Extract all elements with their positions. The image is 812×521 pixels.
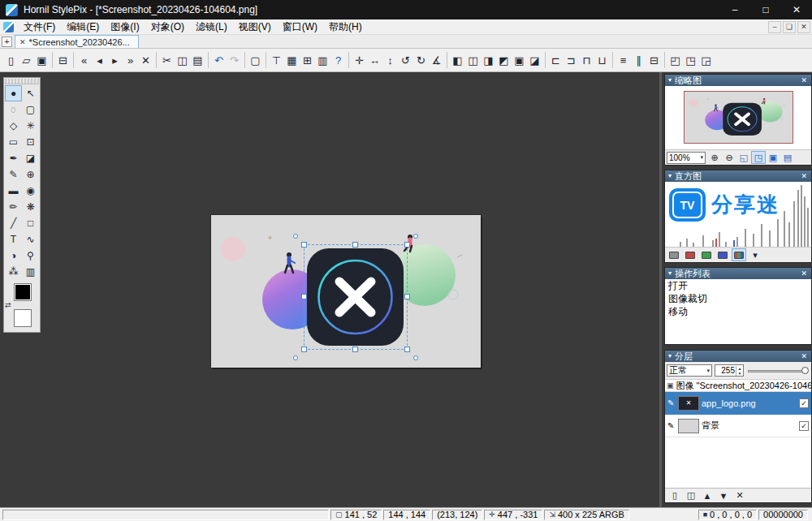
text-tool-icon[interactable]: T [5, 231, 22, 248]
distribute-v-icon[interactable]: ∥ [631, 51, 646, 69]
selection-handle[interactable] [404, 347, 410, 352]
swap-colors-icon[interactable]: ⇄ [5, 301, 11, 309]
histogram-panel-titlebar[interactable]: ▾ 直方图 ✕ [665, 170, 811, 182]
layers-panel-titlebar[interactable]: ▾ 分层 ✕ [665, 351, 811, 362]
crop-tool-icon[interactable]: ⊡ [22, 134, 39, 150]
menu-item-file[interactable]: 文件(F) [18, 19, 61, 35]
selection-handle[interactable] [352, 242, 358, 248]
align-edge-right-icon[interactable]: ⊐ [564, 51, 579, 69]
menu-item-filter[interactable]: 滤镜(L) [190, 19, 233, 35]
slider-knob[interactable] [801, 367, 809, 374]
layer-row[interactable]: ✎ 背景 ✓ [665, 415, 811, 437]
menu-item-object[interactable]: 对象(O) [145, 19, 190, 35]
ellipse-select-tool-icon[interactable]: ● [5, 85, 22, 101]
open-icon[interactable]: ▱ [19, 51, 34, 69]
title-bar[interactable]: Hornil StylePix - [*Screenshot_20230426-… [0, 0, 812, 19]
blend-mode-select[interactable]: 正常 ▾ [667, 364, 712, 377]
zoom-fit-window-icon[interactable]: ◳ [751, 151, 766, 164]
cut-icon[interactable]: ✂ [159, 51, 175, 69]
mdi-minimize-button[interactable]: – [768, 21, 781, 33]
canvas[interactable] [211, 215, 481, 368]
selection-handle[interactable] [301, 294, 307, 299]
channel-luminance-icon[interactable] [667, 248, 681, 261]
fit-window-icon[interactable]: ◳ [683, 51, 698, 69]
move-layer-down-icon[interactable]: ▼ [716, 489, 731, 502]
window-minimize-button[interactable]: – [719, 0, 750, 19]
zoom-out-icon[interactable]: ⊖ [722, 151, 736, 164]
close-icon[interactable]: ✕ [800, 75, 808, 86]
align-bottom-icon[interactable]: ◪ [527, 51, 542, 69]
menu-item-image[interactable]: 图像(I) [105, 19, 145, 35]
close-icon[interactable]: ✕ [800, 351, 808, 362]
selection-handle[interactable] [404, 294, 410, 299]
align-top-icon[interactable]: ◩ [496, 51, 512, 69]
polygon-select-tool-icon[interactable]: ◇ [5, 118, 22, 134]
channel-red-icon[interactable] [683, 248, 698, 261]
copy-icon[interactable]: ◫ [175, 51, 190, 69]
background-color-swatch[interactable] [14, 309, 32, 327]
foreground-color-swatch[interactable] [14, 283, 32, 301]
transform-tool-icon[interactable]: ▭ [5, 134, 22, 150]
actual-size-icon[interactable]: ◲ [698, 51, 714, 69]
opacity-stepper[interactable]: 255 ▲▼ [715, 364, 744, 377]
close-image-icon[interactable]: ✕ [138, 51, 153, 69]
close-icon[interactable]: ✕ [800, 268, 808, 279]
ruler-icon[interactable]: ⊤ [269, 51, 284, 69]
page-preview-icon[interactable]: ▢ [248, 51, 263, 69]
tab-screenshot[interactable]: ✕ *Screenshot_20230426... [15, 35, 139, 48]
nav-first-icon[interactable]: « [76, 51, 92, 69]
pointer-tool-icon[interactable]: ↖ [22, 85, 39, 101]
mdi-restore-button[interactable]: ❏ [783, 21, 796, 33]
rect-select-tool-icon[interactable]: ▢ [22, 101, 39, 118]
resize-v-icon[interactable]: ↕ [382, 51, 398, 69]
align-left-icon[interactable]: ◧ [450, 51, 465, 69]
fill-tool-icon[interactable]: ◉ [22, 183, 39, 199]
duplicate-layer-icon[interactable]: ◫ [684, 489, 698, 502]
lasso-tool-icon[interactable]: ◌ [5, 101, 22, 118]
menu-item-view[interactable]: 视图(V) [233, 19, 277, 35]
action-item[interactable]: 图像裁切 [665, 292, 811, 305]
channel-rgb-icon[interactable] [732, 248, 746, 261]
color-picker-tool-icon[interactable]: ◑ [5, 248, 22, 264]
rotate-ccw-icon[interactable]: ↺ [398, 51, 413, 69]
action-list-panel-titlebar[interactable]: ▾ 操作列表 ✕ [665, 268, 811, 279]
align-middle-icon[interactable]: ▣ [512, 51, 527, 69]
layer-visibility-checkbox[interactable]: ✓ [799, 421, 809, 431]
menu-item-help[interactable]: 帮助(H) [323, 19, 368, 35]
action-item[interactable]: 打开 [665, 279, 811, 292]
add-layer-icon[interactable]: ▯ [667, 489, 682, 502]
nav-prev-icon[interactable]: ◂ [92, 51, 107, 69]
channel-green-icon[interactable] [699, 248, 714, 261]
help-pointer-icon[interactable]: ? [330, 51, 346, 69]
tab-close-icon[interactable]: ✕ [19, 38, 26, 46]
zoom-fit-image-icon[interactable]: ◱ [736, 151, 751, 164]
layer-visibility-checkbox[interactable]: ✓ [799, 398, 809, 408]
channel-blue-icon[interactable] [715, 248, 730, 261]
resize-h-icon[interactable]: ↔ [367, 51, 382, 69]
move-anchor-icon[interactable]: ✛ [352, 51, 367, 69]
rotate-handle[interactable] [413, 234, 418, 239]
stepper-down-icon[interactable]: ▼ [736, 371, 743, 376]
close-icon[interactable]: ✕ [800, 170, 808, 182]
undo-icon[interactable]: ↶ [211, 51, 227, 69]
magic-wand-tool-icon[interactable]: ✳ [22, 118, 39, 134]
effect-brush-tool-icon[interactable]: ❋ [22, 199, 39, 215]
zoom-actual-icon[interactable]: ▣ [766, 151, 780, 164]
free-rotate-icon[interactable]: ∡ [429, 51, 444, 69]
zoom-in-icon[interactable]: ⊕ [707, 151, 722, 164]
grid-icon[interactable]: ▦ [284, 51, 300, 69]
guides-icon[interactable]: ▥ [315, 51, 330, 69]
thumbnail-image[interactable] [684, 91, 793, 144]
new-icon[interactable]: ▯ [3, 51, 19, 69]
nav-next-icon[interactable]: ▸ [107, 51, 123, 69]
action-item[interactable]: 移动 [665, 305, 811, 318]
rotate-handle[interactable] [293, 355, 298, 360]
opacity-slider[interactable] [746, 364, 810, 377]
eraser-tool-icon[interactable]: ◪ [22, 150, 39, 166]
layer-row[interactable]: ✎ ✕ app_logo.png ✓ [665, 392, 811, 415]
paint-roller-tool-icon[interactable]: ▬ [5, 183, 22, 199]
align-edge-bottom-icon[interactable]: ⊔ [594, 51, 610, 69]
rotate-handle[interactable] [413, 355, 418, 360]
menu-item-window[interactable]: 窗口(W) [277, 19, 323, 35]
spray-tool-icon[interactable]: ⁂ [5, 264, 22, 280]
